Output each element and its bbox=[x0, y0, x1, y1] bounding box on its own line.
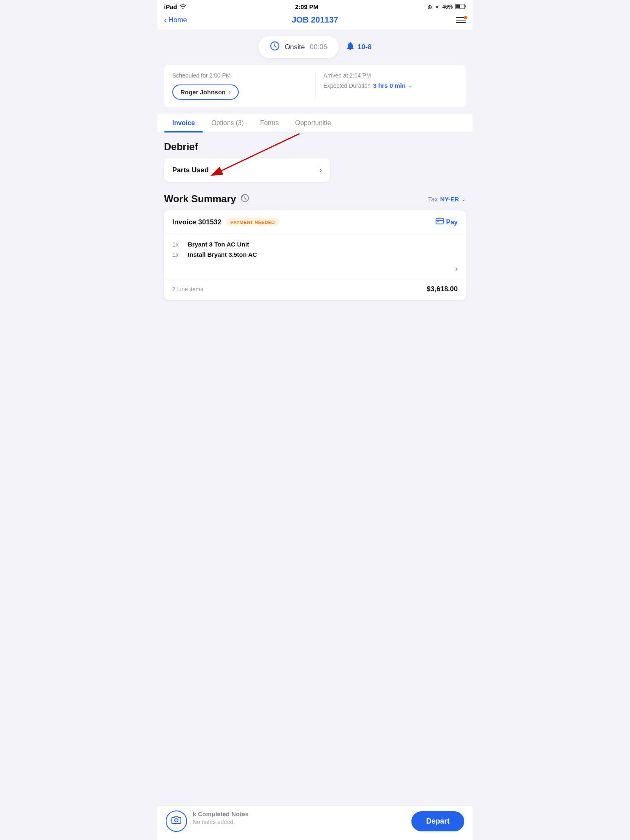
clock-icon bbox=[270, 41, 280, 53]
work-summary-left: Work Summary bbox=[164, 193, 249, 205]
parts-used-container: Parts Used › bbox=[164, 158, 330, 182]
bell-button[interactable]: 10-8 bbox=[345, 41, 372, 53]
history-icon[interactable] bbox=[240, 194, 249, 205]
pay-label: Pay bbox=[446, 219, 458, 226]
client-chevron-icon: › bbox=[229, 89, 231, 95]
nav-bar: ‹ Home JOB 201137 bbox=[158, 12, 472, 30]
scheduled-label: Scheduled for 2:00 PM bbox=[172, 72, 307, 79]
bluetooth-icon: ✴ bbox=[435, 4, 440, 10]
invoice-total: $3,618.00 bbox=[427, 285, 458, 293]
pay-icon bbox=[436, 217, 444, 227]
tax-label: Tax bbox=[428, 196, 438, 203]
duration-row[interactable]: Expected Duration 3 hrs 0 min ⌄ bbox=[324, 82, 458, 89]
work-summary-header: Work Summary Tax NY-ER ⌄ bbox=[164, 193, 466, 205]
tab-options[interactable]: Options (3) bbox=[203, 114, 252, 132]
parts-used-label: Parts Used bbox=[172, 166, 209, 174]
item-2-name: Install Bryant 3.5ton AC bbox=[188, 251, 257, 258]
back-chevron-icon: ‹ bbox=[164, 15, 167, 25]
bell-icon bbox=[345, 41, 355, 53]
arrived-label: Arrived at 2:04 PM bbox=[324, 72, 458, 79]
duration-chevron-icon: ⌄ bbox=[408, 82, 413, 89]
invoice-header-left: Invoice 301532 PAYMENT NEEDED bbox=[172, 218, 279, 226]
tab-options-label: Options (3) bbox=[211, 119, 244, 126]
menu-button[interactable] bbox=[456, 17, 466, 23]
tab-opportunities[interactable]: Opportunitie bbox=[287, 114, 339, 132]
tab-forms[interactable]: Forms bbox=[252, 114, 287, 132]
svg-rect-2 bbox=[456, 5, 460, 8]
tax-value: NY-ER bbox=[440, 196, 459, 203]
timer-value: 00:06 bbox=[310, 43, 327, 51]
debrief-section: Debrief Parts Used › Work Summary bbox=[158, 141, 472, 347]
parts-used-card[interactable]: Parts Used › bbox=[164, 158, 330, 182]
status-left: iPad bbox=[164, 3, 186, 10]
invoice-footer: 2 Line items $3,618.00 bbox=[164, 280, 466, 300]
item-1-name: Bryant 3 Ton AC Unit bbox=[188, 241, 249, 248]
timer-row: Onsite 00:06 10-8 bbox=[158, 30, 472, 65]
item-1-qty: 1x bbox=[172, 241, 182, 248]
item-2-qty: 1x bbox=[172, 251, 182, 258]
svg-rect-1 bbox=[465, 5, 466, 7]
notification-dot bbox=[464, 16, 467, 19]
client-button[interactable]: Roger Johnson › bbox=[172, 84, 239, 100]
invoice-expand-chevron-icon: › bbox=[455, 265, 458, 273]
payment-status-badge: PAYMENT NEEDED bbox=[226, 218, 279, 226]
battery-icon bbox=[455, 4, 466, 10]
debrief-title: Debrief bbox=[164, 141, 466, 153]
tab-opportunities-label: Opportunitie bbox=[295, 119, 331, 126]
job-title: JOB 201137 bbox=[292, 15, 338, 25]
parts-chevron-icon: › bbox=[320, 166, 322, 174]
timer-pill[interactable]: Onsite 00:06 bbox=[258, 36, 339, 58]
line-items-count: 2 Line items bbox=[172, 286, 203, 292]
info-right: Arrived at 2:04 PM Expected Duration 3 h… bbox=[315, 72, 458, 89]
client-name: Roger Johnson bbox=[180, 89, 226, 96]
screen-record-icon: ⊕ bbox=[427, 4, 432, 10]
bell-label: 10-8 bbox=[358, 43, 372, 51]
tab-invoice[interactable]: Invoice bbox=[164, 114, 203, 132]
info-left: Scheduled for 2:00 PM Roger Johnson › bbox=[172, 72, 315, 100]
invoice-item-2: 1x Install Bryant 3.5ton AC bbox=[172, 251, 458, 258]
invoice-item-1: 1x Bryant 3 Ton AC Unit bbox=[172, 241, 458, 248]
device-label: iPad bbox=[164, 3, 177, 10]
wifi-icon bbox=[180, 3, 186, 10]
status-bar: iPad 2:09 PM ⊕ ✴ 46% bbox=[158, 0, 472, 12]
duration-label: Expected Duration bbox=[324, 82, 371, 89]
tabs-row: Invoice Options (3) Forms Opportunitie bbox=[158, 114, 472, 133]
status-time: 2:09 PM bbox=[295, 3, 318, 10]
svg-rect-7 bbox=[436, 218, 443, 224]
timer-status: Onsite bbox=[285, 43, 305, 51]
battery-label: 46% bbox=[442, 4, 453, 10]
invoice-card: Invoice 301532 PAYMENT NEEDED Pay 1x Bry… bbox=[164, 210, 466, 300]
info-card: Scheduled for 2:00 PM Roger Johnson › Ar… bbox=[164, 65, 466, 107]
svg-rect-9 bbox=[437, 221, 439, 222]
invoice-items: 1x Bryant 3 Ton AC Unit 1x Install Bryan… bbox=[164, 234, 466, 265]
tax-chevron-icon: ⌄ bbox=[461, 196, 466, 202]
pay-button[interactable]: Pay bbox=[436, 217, 458, 227]
tax-row[interactable]: Tax NY-ER ⌄ bbox=[428, 196, 466, 203]
invoice-number: Invoice 301532 bbox=[172, 218, 221, 226]
invoice-header: Invoice 301532 PAYMENT NEEDED Pay bbox=[164, 210, 466, 234]
work-summary-title: Work Summary bbox=[164, 193, 236, 205]
svg-rect-8 bbox=[436, 220, 443, 221]
invoice-chevron-row[interactable]: › bbox=[164, 265, 466, 276]
tab-invoice-label: Invoice bbox=[172, 119, 195, 126]
duration-value: 3 hrs 0 min bbox=[373, 82, 406, 89]
back-label: Home bbox=[169, 16, 187, 24]
tab-forms-label: Forms bbox=[260, 119, 278, 126]
status-right: ⊕ ✴ 46% bbox=[427, 4, 466, 10]
back-button[interactable]: ‹ Home bbox=[164, 15, 187, 25]
